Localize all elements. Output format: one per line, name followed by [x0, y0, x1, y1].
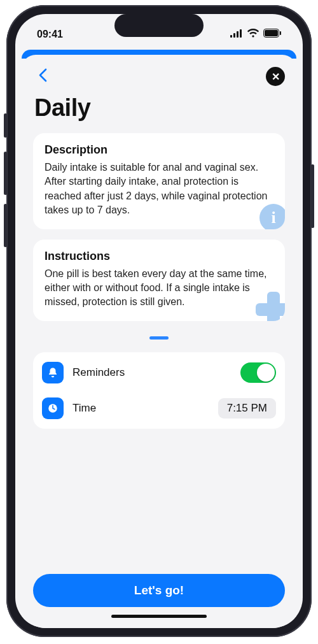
settings-card: Reminders Time 7:15 PM [33, 352, 285, 429]
battery-icon [263, 29, 281, 40]
wifi-icon [247, 29, 259, 40]
description-body: Daily intake is suitable for anal and va… [45, 161, 273, 218]
power-button [311, 164, 314, 228]
instructions-body: One pill is best taken every day at the … [45, 267, 273, 310]
reminders-toggle[interactable] [240, 362, 276, 383]
description-card: Description Daily intake is suitable for… [33, 133, 285, 229]
cellular-icon [230, 29, 243, 40]
screen: 09:41 ✕ [15, 14, 303, 628]
clock-icon [42, 397, 64, 419]
bell-icon [42, 362, 64, 383]
close-button[interactable]: ✕ [266, 67, 285, 86]
status-indicators [230, 29, 281, 40]
status-time: 09:41 [37, 29, 63, 40]
reminders-label: Reminders [73, 366, 232, 379]
back-button[interactable] [33, 64, 52, 89]
info-icon: i [259, 204, 285, 229]
instructions-heading: Instructions [45, 250, 273, 263]
sheet-header: ✕ [33, 68, 285, 85]
sheet: ✕ Daily Description Daily intake is suit… [22, 55, 296, 628]
volume-button [4, 152, 7, 195]
svg-rect-2 [237, 31, 238, 38]
plus-icon [256, 292, 285, 321]
svg-rect-1 [233, 33, 235, 38]
description-heading: Description [45, 143, 273, 157]
toggle-knob [257, 364, 275, 382]
time-row: Time 7:15 PM [42, 390, 276, 426]
svg-rect-6 [280, 31, 281, 35]
time-picker[interactable]: 7:15 PM [218, 398, 276, 419]
drag-handle[interactable] [149, 336, 169, 340]
instructions-card: Instructions One pill is best taken ever… [33, 240, 285, 321]
time-label: Time [73, 402, 209, 415]
volume-button [4, 113, 7, 138]
reminders-row: Reminders [42, 355, 276, 390]
close-icon: ✕ [272, 71, 280, 83]
svg-rect-5 [265, 30, 278, 36]
page-title: Daily [34, 94, 284, 122]
dynamic-island [114, 14, 204, 37]
phone-frame: 09:41 ✕ [6, 5, 312, 637]
lets-go-button[interactable]: Let's go! [33, 574, 285, 607]
svg-rect-0 [230, 35, 232, 38]
volume-button [4, 204, 7, 247]
svg-rect-3 [240, 29, 242, 38]
home-indicator[interactable] [111, 615, 207, 618]
